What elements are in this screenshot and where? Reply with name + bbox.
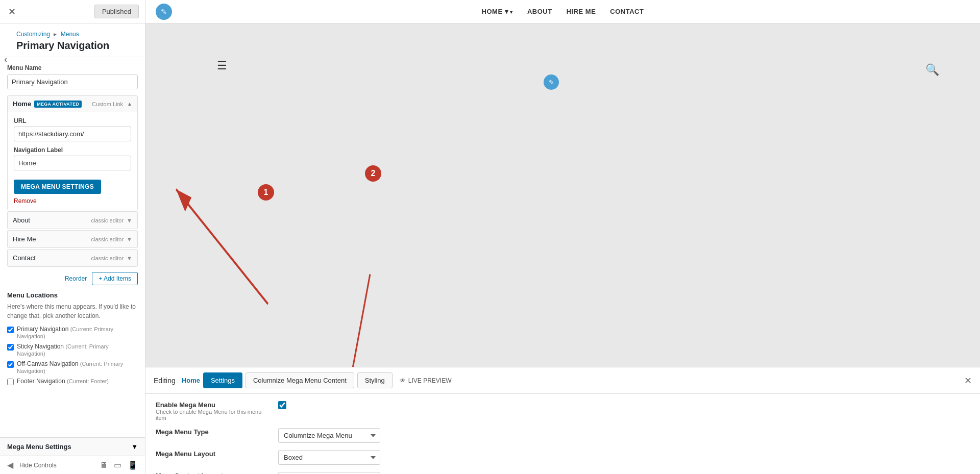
- annotation-1: 1: [258, 184, 274, 201]
- logo-icon: ✎: [161, 8, 167, 16]
- about-item-name: About: [13, 216, 30, 224]
- mega-menu-type-row: Mega Menu Type Columnize Mega Menu Stand…: [156, 428, 970, 443]
- menu-name-input[interactable]: [7, 74, 138, 89]
- about-menu-item[interactable]: About classic editor ▼: [7, 211, 138, 229]
- location-sticky-label: Sticky Navigation (Current: Primary Navi…: [17, 343, 138, 357]
- mega-menu-layout-select[interactable]: Boxed Full Width: [278, 450, 380, 465]
- actions-row: Reorder + Add Items: [7, 268, 138, 291]
- desktop-icon[interactable]: 🖥: [100, 461, 108, 470]
- close-panel-button[interactable]: ✕: [964, 375, 972, 386]
- nav-item-about[interactable]: ABOUT: [527, 8, 552, 15]
- top-bar: ✕ Published ✎ HOME ▾ ABOUT HIRE ME CONTA…: [0, 0, 980, 23]
- chevron-up-icon: ▲: [127, 101, 132, 107]
- menu-locations-title: Menu Locations: [7, 291, 138, 299]
- nav-item-hireme[interactable]: HIRE ME: [567, 8, 596, 15]
- location-offcanvas: Off-Canvas Navigation (Current: Primary …: [7, 360, 138, 375]
- contact-chevron-icon: ▼: [127, 255, 132, 261]
- tab-columnize[interactable]: Columnize Mega Menu Content: [246, 372, 354, 388]
- hide-controls-icon: ◀: [7, 460, 13, 470]
- back-button[interactable]: ‹: [4, 52, 11, 67]
- breadcrumb-menus[interactable]: Menus: [61, 31, 79, 38]
- mega-activated-badge: MEGA ACTIVATED: [34, 101, 82, 108]
- panel-header: Customizing ▸ Menus Primary Navigation: [0, 23, 145, 57]
- editing-label: Editing: [154, 377, 176, 385]
- mega-menu-type-name: Mega Menu Type: [156, 428, 268, 436]
- left-panel: ‹ Customizing ▸ Menus Primary Navigation…: [0, 23, 145, 474]
- nav-item-home[interactable]: HOME ▾: [482, 8, 513, 15]
- mega-content-layout-label-col: Mega Content Layout: [156, 472, 268, 474]
- mega-menu-settings-button[interactable]: MEGA MENU SETTINGS: [14, 180, 101, 194]
- eye-icon: 👁: [400, 377, 406, 384]
- bottom-panel-body: Enable Mega Menu Check to enable Mega Me…: [145, 394, 980, 474]
- contact-menu-item[interactable]: Contact classic editor ▼: [7, 249, 138, 267]
- tab-settings[interactable]: Settings: [203, 372, 242, 388]
- url-input[interactable]: [14, 127, 131, 141]
- breadcrumb: Customizing ▸ Menus: [16, 31, 138, 38]
- hamburger-icon[interactable]: ☰: [217, 59, 227, 72]
- live-preview-label: LIVE PREVIEW: [408, 377, 452, 384]
- home-menu-item: Home MEGA ACTIVATED Custom Link ▲ URL Na…: [7, 95, 138, 210]
- published-button[interactable]: Published: [94, 5, 139, 18]
- nav-preview: ✎ HOME ▾ ABOUT HIRE ME CONTACT: [145, 8, 980, 15]
- tab-styling[interactable]: Styling: [357, 372, 393, 388]
- nav-label-input[interactable]: [14, 156, 131, 170]
- main-layout: ‹ Customizing ▸ Menus Primary Navigation…: [0, 23, 980, 474]
- editing-home-link[interactable]: Home: [182, 377, 200, 384]
- hide-controls-label: Hide Controls: [19, 462, 57, 469]
- panel-content: Menu Name Home MEGA ACTIVATED Custom Lin…: [0, 57, 145, 437]
- mega-settings-chevron: ▼: [131, 443, 138, 451]
- remove-link[interactable]: Remove: [14, 197, 37, 205]
- edit-pencil-icon[interactable]: ✎: [544, 74, 559, 90]
- close-button[interactable]: ✕: [6, 4, 18, 19]
- top-bar-left: ✕ Published: [0, 0, 145, 23]
- mega-menu-layout-row: Mega Menu Layout Boxed Full Width: [156, 450, 970, 465]
- breadcrumb-customizing[interactable]: Customizing: [16, 31, 50, 38]
- enable-mega-menu-control: [278, 401, 970, 411]
- svg-line-1: [176, 189, 268, 304]
- hireme-chevron-icon: ▼: [127, 236, 132, 242]
- mega-menu-type-select[interactable]: Columnize Mega Menu Standard Mega Menu: [278, 428, 380, 443]
- mega-settings-section[interactable]: Mega Menu Settings ▼: [0, 437, 145, 456]
- hireme-item-right: classic editor ▼: [91, 236, 132, 242]
- mobile-icon[interactable]: 📱: [128, 460, 138, 470]
- nav-item-contact[interactable]: CONTACT: [610, 8, 644, 15]
- mega-menu-layout-label-col: Mega Menu Layout: [156, 450, 268, 458]
- mega-content-layout-control: [278, 472, 970, 474]
- hireme-menu-item[interactable]: Hire Me classic editor ▼: [7, 230, 138, 248]
- search-icon[interactable]: 🔍: [925, 63, 939, 77]
- home-item-title: Home MEGA ACTIVATED: [13, 100, 82, 108]
- location-primary-label: Primary Navigation (Current: Primary Nav…: [17, 326, 138, 340]
- location-footer-checkbox[interactable]: [7, 379, 14, 385]
- contact-item-type: classic editor: [91, 255, 124, 261]
- url-label: URL: [14, 117, 131, 124]
- home-label: Home: [13, 100, 31, 108]
- location-footer-label: Footer Navigation (Current: Footer): [17, 378, 109, 385]
- location-primary-checkbox[interactable]: [7, 327, 14, 333]
- mega-settings-title: Mega Menu Settings: [7, 443, 71, 451]
- location-sticky-checkbox[interactable]: [7, 344, 14, 351]
- tablet-icon[interactable]: ▭: [114, 460, 121, 470]
- add-items-button[interactable]: + Add Items: [92, 272, 138, 285]
- bottom-panel-header: Editing Home Settings Columnize Mega Men…: [145, 367, 980, 394]
- mega-menu-layout-name: Mega Menu Layout: [156, 450, 268, 458]
- hireme-item-type: classic editor: [91, 236, 124, 242]
- mega-content-layout-row: Mega Content Layout: [156, 472, 970, 474]
- mega-content-layout-name: Mega Content Layout: [156, 472, 268, 474]
- home-item-type: Custom Link: [92, 101, 123, 107]
- annotation-2: 2: [365, 165, 381, 182]
- mega-menu-type-label-col: Mega Menu Type: [156, 428, 268, 436]
- location-sticky: Sticky Navigation (Current: Primary Navi…: [7, 343, 138, 357]
- mega-menu-layout-control: Boxed Full Width: [278, 450, 970, 465]
- reorder-link[interactable]: Reorder: [65, 275, 87, 282]
- bottom-panel: Editing Home Settings Columnize Mega Men…: [145, 367, 980, 474]
- mega-content-layout-select[interactable]: [278, 472, 380, 474]
- home-item-header[interactable]: Home MEGA ACTIVATED Custom Link ▲: [8, 96, 137, 112]
- enable-mega-menu-label-col: Enable Mega Menu Check to enable Mega Me…: [156, 401, 268, 421]
- location-offcanvas-checkbox[interactable]: [7, 361, 14, 368]
- location-footer: Footer Navigation (Current: Footer): [7, 378, 138, 385]
- contact-item-name: Contact: [13, 254, 36, 262]
- bottom-controls: ◀ Hide Controls 🖥 ▭ 📱: [0, 456, 145, 474]
- hireme-item-name: Hire Me: [13, 235, 36, 243]
- enable-mega-menu-checkbox[interactable]: [278, 401, 286, 409]
- live-preview-button[interactable]: 👁 LIVE PREVIEW: [400, 377, 452, 384]
